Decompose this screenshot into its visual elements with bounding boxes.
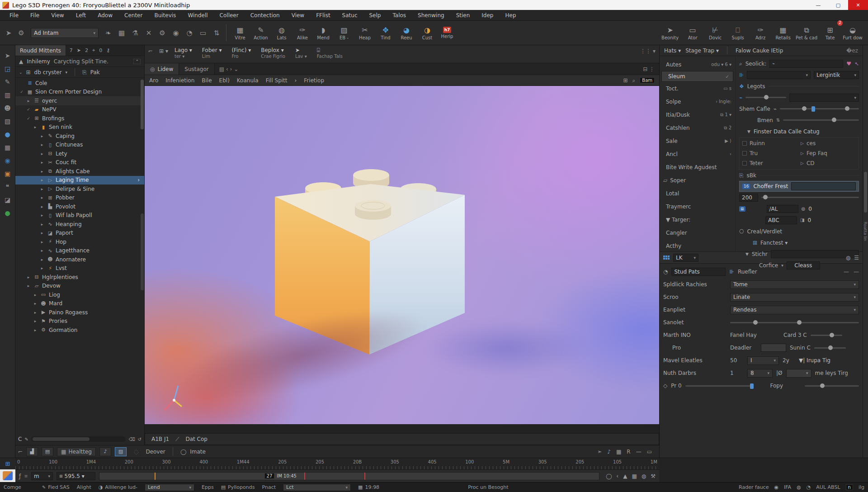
chevron-down-icon[interactable]: ⌄ <box>19 70 23 75</box>
tree-expander[interactable]: ▸ <box>39 178 45 182</box>
tab-lidew[interactable]: ◎ Lidew <box>145 63 179 75</box>
tree-expander[interactable]: ▸ <box>33 301 38 306</box>
tree-expander[interactable]: ▸ <box>26 99 31 103</box>
corfice-caret-icon[interactable]: ▾ <box>781 263 783 268</box>
tree-item[interactable]: ▸ ☰ oyerc <box>15 96 144 105</box>
viewport-canvas[interactable] <box>145 86 659 424</box>
pose-icon[interactable]: ⚗ <box>129 29 141 37</box>
beonity-button[interactable]: ➤ Beonity <box>660 22 680 44</box>
tree-item[interactable]: ▸ ▮ Sen nink <box>15 123 144 132</box>
mavel-50[interactable]: 50 <box>730 357 744 364</box>
frame-value-field[interactable]: ⊠595.5 ▾ <box>57 472 95 480</box>
tree-item[interactable]: ▸ ◪ Paport <box>15 229 144 238</box>
menu-item[interactable]: FFlist <box>310 12 336 19</box>
tree-expander[interactable]: ▸ <box>33 319 38 323</box>
tree-expander[interactable]: ▸ <box>33 293 38 297</box>
viewport-menu-button[interactable]: (Finc) ▾ Fro <box>231 46 251 59</box>
attribute-category-row[interactable]: ▱ Soper <box>660 174 735 187</box>
menu-item[interactable]: Center <box>118 12 148 19</box>
attribute-category-row[interactable]: Catshlen ⧉ 2 <box>660 121 735 134</box>
card-icon[interactable]: ▭ <box>197 29 209 37</box>
alight-label[interactable]: Alight <box>77 484 91 490</box>
tab-round-mittents[interactable]: Roudd Mittents <box>15 45 66 56</box>
lct-select[interactable]: Lct <box>283 484 351 491</box>
tree-expander[interactable]: ▸ <box>39 213 45 218</box>
render-ball-icon[interactable]: ● <box>2 208 13 218</box>
num200-slider[interactable] <box>761 197 859 198</box>
choffer-frest-row[interactable]: 16 Choffer Frest <box>739 181 859 192</box>
palette-icon[interactable]: ▟ <box>26 447 38 456</box>
menu-item[interactable]: Satuc <box>336 12 363 19</box>
breadcrumb-item[interactable]: Ebl) <box>219 77 230 84</box>
tree-item[interactable]: ✓ ▰ NePV <box>15 105 144 114</box>
tate-button[interactable]: ⊞ Tate 2 <box>820 22 840 44</box>
tree-item[interactable]: ▸ ▷ Laging Time › <box>15 176 144 185</box>
menu-item[interactable]: Selp <box>363 12 387 19</box>
sunin-slider[interactable] <box>814 347 846 349</box>
lk-list-icon[interactable]: ☰ <box>854 255 859 261</box>
tree-item[interactable]: ▸ ⚡ Lvst <box>15 264 144 273</box>
lergintik-dropdown[interactable]: Lergintik <box>814 71 859 79</box>
attribute-category-row[interactable]: Bite Write Agudest <box>660 161 735 174</box>
attribute-category-row[interactable]: Sleum ✓ <box>661 71 733 82</box>
globe-icon[interactable]: ◔ <box>184 29 195 37</box>
supls-button[interactable]: ⎕ Supls <box>728 22 748 44</box>
settings-gear-icon[interactable]: ⚙ <box>15 29 27 37</box>
gear-icon[interactable]: ⚙ <box>156 29 168 37</box>
cust-button[interactable]: ◑ Cust <box>417 22 437 44</box>
action-button[interactable]: ✎ Action <box>251 22 271 44</box>
monitor-icon[interactable]: ▭ <box>647 449 652 455</box>
layer-button[interactable]: ▨ <box>115 447 127 456</box>
bmen-slider[interactable] <box>783 119 859 121</box>
nuth-select2[interactable] <box>786 369 811 378</box>
grid-view-icon[interactable]: ⊞ <box>623 77 627 84</box>
attribute-category-row[interactable]: ▼ Targer: <box>660 213 735 226</box>
tree-expander[interactable]: ▸ <box>39 151 45 156</box>
cleass-button[interactable]: Cleass <box>787 261 820 270</box>
deadler-field[interactable] <box>761 344 786 352</box>
eb-button[interactable]: ▨ EB - <box>334 22 354 44</box>
timeline-track[interactable]: 27 IM 10:45 <box>99 472 599 480</box>
breadcrumb-item[interactable]: Infenietion <box>165 77 194 84</box>
search-icon[interactable]: ⌕ <box>632 77 636 84</box>
tree-expander[interactable]: ▸ <box>39 231 45 235</box>
tree-item[interactable]: ▸ ▶ Paino Rogaess <box>15 308 144 317</box>
marker-orange[interactable] <box>155 473 156 480</box>
lk-globe-icon[interactable]: ◍ <box>846 255 850 261</box>
attribute-category-row[interactable]: Cangler <box>660 226 735 239</box>
columns-tool-icon[interactable]: ▥ <box>2 90 13 100</box>
group-collapse-icon[interactable]: ▼ <box>747 129 750 134</box>
tree-expander[interactable]: ▸ <box>39 187 45 191</box>
menu-item[interactable]: File <box>4 12 24 19</box>
tree-expander[interactable]: ▸ <box>26 275 31 279</box>
abc-value[interactable]: 0 <box>807 217 811 223</box>
attribute-category-row[interactable]: Ancl › <box>660 147 735 161</box>
grid-snap-icon[interactable]: ▦ <box>632 473 637 479</box>
viewport-menu-button[interactable]: Fober ▾ Lim <box>202 46 222 59</box>
tree-item[interactable]: ▸ ⚙ Gormation <box>15 326 144 335</box>
undo-icon[interactable]: ⌫ <box>128 437 135 442</box>
mask-tool-icon[interactable]: ◪ <box>2 195 13 205</box>
attribute-category-row[interactable]: Autes odu ▾ 6 ▾ <box>660 58 735 71</box>
mini-field[interactable] <box>789 94 859 102</box>
attribute-category-row[interactable]: Itia/Dusk ⧉ 1 ▾ <box>660 108 735 121</box>
tree-item[interactable]: ▸ ∿ Lagetthance <box>15 246 144 255</box>
fanel-hay-value[interactable]: Fanel Hay <box>730 332 780 338</box>
tree-item[interactable]: ▸ ⧉ Alights Cabe <box>15 167 144 176</box>
maximize-button[interactable]: ▢ <box>828 0 848 10</box>
abc-field[interactable]: ABC <box>765 216 797 224</box>
fanctest-label[interactable]: Fanctest ▾ <box>760 240 788 246</box>
viewport-menu-button[interactable]: ➤ Lav ▾ <box>295 46 307 59</box>
attribute-category-row[interactable]: Traymerc <box>660 200 735 213</box>
viewport-menu-button[interactable]: Beplox ▾ Crae Figrio <box>261 46 285 59</box>
tree-item[interactable]: ▸ ∿ Heanping <box>15 220 144 229</box>
menu-item[interactable]: Shenwing <box>412 12 450 19</box>
attribute-category-row[interactable]: Sale ▶ ⟩ <box>660 134 735 147</box>
alike-button[interactable]: ✑ Alike <box>292 22 312 44</box>
tree-item[interactable]: ▸ ⊟ Hglrplentioes <box>15 273 144 282</box>
tree-item[interactable]: ▸ ✂ Couc fit <box>15 158 144 167</box>
retails-button[interactable]: ▦ Retails <box>773 22 793 44</box>
menu-item[interactable]: Stien <box>450 12 476 19</box>
tree-expander[interactable]: ▸ <box>33 310 38 315</box>
pr0-slider[interactable] <box>685 385 753 387</box>
